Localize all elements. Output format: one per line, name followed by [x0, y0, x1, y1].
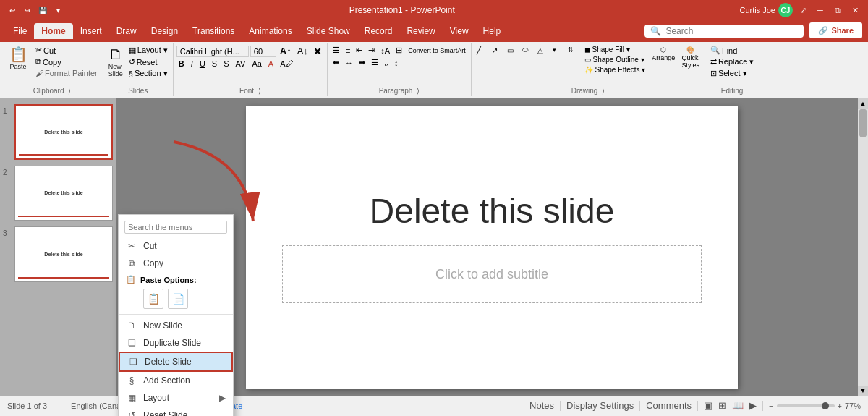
paste-option-1[interactable]: 📋	[143, 289, 163, 309]
restore-button[interactable]: ⧉	[830, 3, 845, 17]
line-spacing-button[interactable]: ↕	[392, 58, 401, 68]
normal-view-button[interactable]: ▣	[704, 400, 712, 411]
oval-shape[interactable]: ⬭	[520, 45, 535, 55]
triangle-shape[interactable]: △	[535, 45, 550, 55]
tab-animations[interactable]: Animations	[242, 23, 299, 39]
scroll-thumb[interactable]	[859, 109, 867, 137]
zoom-out-button[interactable]: −	[769, 402, 773, 410]
zoom-control[interactable]: − + 77%	[769, 402, 861, 410]
section-button[interactable]: § Section ▾	[127, 68, 170, 79]
ctx-cut[interactable]: ✂ Cut	[119, 237, 233, 255]
tab-insert[interactable]: Insert	[73, 23, 109, 39]
align-right-button[interactable]: ➡	[357, 57, 367, 68]
undo-button[interactable]: ↩	[6, 4, 19, 17]
ctx-copy[interactable]: ⧉ Copy	[119, 255, 233, 272]
font-shrink-button[interactable]: A↓	[295, 45, 310, 57]
paste-button[interactable]: 📋 Paste	[4, 45, 32, 72]
tab-design[interactable]: Design	[144, 23, 185, 39]
cut-button[interactable]: ✂ Cut	[33, 45, 100, 56]
ctx-layout[interactable]: ▦ Layout ▶	[119, 389, 233, 407]
find-button[interactable]: 🔍 Find	[708, 45, 756, 56]
ribbon-collapse-button[interactable]: ⤢	[796, 3, 810, 17]
reading-view-button[interactable]: 📖	[732, 400, 744, 411]
tab-record[interactable]: Record	[357, 23, 400, 39]
ctx-add-section[interactable]: § Add Section	[119, 372, 233, 389]
slide-subtitle-box[interactable]: Click to add subtitle	[282, 245, 702, 303]
align-text-button[interactable]: ⊞	[393, 45, 404, 56]
font-grow-button[interactable]: A↑	[278, 45, 294, 57]
tab-transitions[interactable]: Transitions	[185, 23, 242, 39]
vertical-scrollbar[interactable]: ▲ ▼	[858, 98, 868, 396]
more-shapes[interactable]: ▾	[550, 45, 565, 55]
highlight-button[interactable]: A🖊	[278, 59, 295, 69]
close-button[interactable]: ✕	[848, 3, 862, 17]
scroll-track[interactable]	[858, 109, 868, 386]
italic-button[interactable]: I	[189, 59, 195, 69]
copy-button[interactable]: ⧉ Copy	[33, 56, 100, 67]
select-button[interactable]: ⊡ Select ▾	[708, 68, 756, 79]
font-family-selector[interactable]: Calibri Light (H...	[176, 46, 249, 57]
shape-effects-button[interactable]: ✨ Shape Effects ▾	[582, 65, 648, 75]
rect-shape[interactable]: ▭	[505, 45, 519, 55]
tab-review[interactable]: Review	[399, 23, 442, 39]
quick-styles-button[interactable]: 🎨 QuickStyles	[679, 45, 702, 70]
new-slide-button[interactable]: 🗋 NewSlide	[106, 45, 125, 79]
shadow-button[interactable]: S	[221, 59, 231, 69]
zoom-thumb[interactable]	[822, 402, 829, 409]
notes-button[interactable]: Notes	[529, 400, 554, 411]
zoom-track[interactable]	[777, 404, 835, 407]
bullets-button[interactable]: ☰	[331, 45, 342, 56]
increase-indent-button[interactable]: ⇥	[366, 45, 377, 56]
columns-button[interactable]: ⫰	[382, 58, 391, 68]
arrow-shape[interactable]: ↗	[490, 45, 504, 55]
strikethrough-button[interactable]: S	[210, 59, 219, 69]
arrange-button[interactable]: ⇅	[566, 45, 580, 55]
slide-thumb-2[interactable]: Delete this slide	[14, 166, 113, 221]
search-bar[interactable]: 🔍	[644, 25, 804, 38]
display-settings-button[interactable]: Display Settings	[566, 400, 634, 411]
context-menu-search[interactable]	[119, 218, 233, 237]
shape-fill-button[interactable]: ◼ Shape Fill ▾	[582, 45, 648, 54]
smartart-button[interactable]: Convert to SmartArt	[406, 46, 468, 55]
context-search-input[interactable]	[124, 221, 227, 234]
redo-button[interactable]: ↪	[21, 4, 34, 17]
tab-help[interactable]: Help	[476, 23, 509, 39]
align-left-button[interactable]: ⬅	[331, 57, 341, 68]
clear-format-button[interactable]: 🗙	[312, 46, 324, 56]
tab-view[interactable]: View	[443, 23, 476, 39]
ctx-new-slide[interactable]: 🗋 New Slide	[119, 317, 233, 334]
reset-button[interactable]: ↺ Reset	[127, 56, 170, 67]
underline-button[interactable]: U	[197, 59, 208, 69]
text-direction-button[interactable]: ↕A	[378, 46, 392, 56]
comments-button[interactable]: Comments	[646, 400, 692, 411]
change-case-button[interactable]: Aa	[250, 59, 263, 69]
zoom-in-button[interactable]: +	[838, 402, 842, 410]
font-size-selector[interactable]: 60	[250, 46, 276, 57]
slideshow-button[interactable]: ▶	[749, 400, 757, 411]
slide-thumb-3[interactable]: Delete this slide	[14, 226, 113, 282]
shape-outline-button[interactable]: ▭ Shape Outline ▾	[582, 55, 648, 64]
replace-button[interactable]: ⇄ Replace ▾	[708, 56, 756, 67]
justify-button[interactable]: ☰	[369, 57, 380, 68]
minimize-button[interactable]: ─	[813, 3, 827, 17]
font-color-button[interactable]: A	[266, 59, 276, 69]
ctx-delete-slide[interactable]: ❑ Delete Slide	[119, 352, 233, 372]
search-input[interactable]	[665, 26, 798, 36]
layout-button[interactable]: ▦ Layout ▾	[127, 45, 170, 56]
ctx-reset-slide[interactable]: ↺ Reset Slide	[119, 407, 233, 416]
tab-file[interactable]: File	[6, 23, 34, 39]
paste-option-2[interactable]: 📄	[168, 289, 188, 309]
line-shape[interactable]: ╱	[475, 45, 489, 55]
numbering-button[interactable]: ≡	[344, 46, 352, 56]
tab-draw[interactable]: Draw	[109, 23, 144, 39]
slide-panel[interactable]: 1 Delete this slide 2 Delete this slide …	[0, 98, 116, 396]
share-button[interactable]: 🔗 Share	[809, 22, 862, 38]
slide-sorter-button[interactable]: ⊞	[718, 400, 726, 411]
bold-button[interactable]: B	[176, 59, 187, 69]
tab-slideshow[interactable]: Slide Show	[299, 23, 357, 39]
scroll-down-arrow[interactable]: ▼	[858, 386, 868, 396]
ctx-duplicate-slide[interactable]: ❑ Duplicate Slide	[119, 334, 233, 352]
scroll-up-arrow[interactable]: ▲	[858, 98, 868, 109]
slide-thumb-1[interactable]: Delete this slide	[14, 104, 113, 160]
decrease-indent-button[interactable]: ⇤	[354, 45, 365, 56]
